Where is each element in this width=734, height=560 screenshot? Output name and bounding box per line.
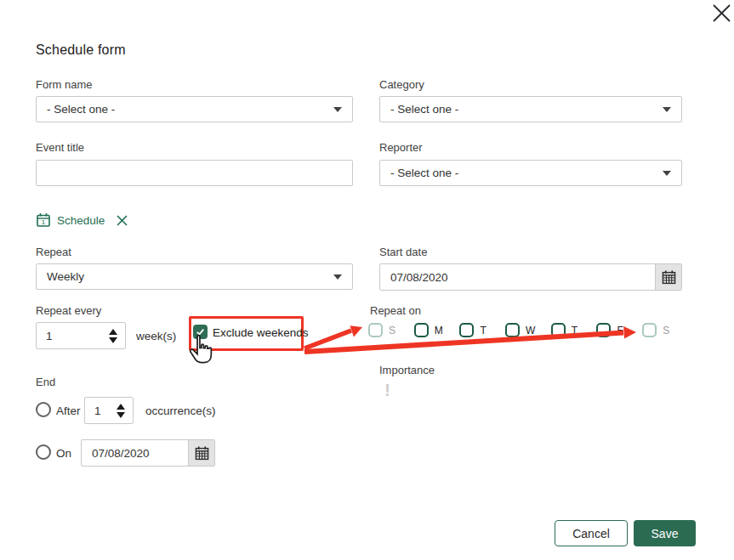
calendar-icon [662,270,676,285]
schedule-form-dialog: Schedule form Form name - Select one - C… [0,0,734,560]
repeat-label: Repeat [36,246,71,258]
day-checkbox-saturday: S [642,323,688,337]
hand-cursor-icon [186,333,217,367]
stepper-up-icon[interactable] [109,329,117,335]
category-value: - Select one - [390,103,458,116]
chevron-down-icon [333,107,342,112]
checkbox-icon[interactable] [551,323,566,337]
repeat-on-label: Repeat on [370,304,421,317]
start-date-label: Start date [379,246,427,258]
repeat-every-label: Repeat every [36,304,101,317]
category-label: Category [379,78,424,91]
end-date-value[interactable]: 07/08/2020 [82,440,188,466]
form-name-value: - Select one - [47,103,115,116]
repeat-every-unit: week(s) [136,330,176,342]
remove-schedule-icon[interactable] [116,214,128,227]
exclude-weekends-label: Exclude weekends [213,326,309,339]
repeat-select[interactable]: Weekly [36,263,353,290]
stepper-down-icon[interactable] [117,412,125,418]
checkbox-icon[interactable] [414,323,429,337]
day-checkbox-wednesday[interactable]: W [505,323,551,337]
reporter-value: - Select one - [390,167,458,179]
day-checkbox-monday[interactable]: M [414,323,460,337]
chevron-down-icon [333,274,342,280]
event-title-label: Event title [36,141,84,154]
occurrences-stepper[interactable]: 1 [84,397,134,424]
checkbox-icon [368,323,383,337]
end-after-radio[interactable] [36,402,51,417]
schedule-section-header: 1 Schedule [36,212,128,228]
day-checkbox-thursday[interactable]: T [551,323,597,337]
form-name-select[interactable]: - Select one - [36,96,353,122]
chevron-down-icon [663,107,671,112]
reporter-select[interactable]: - Select one - [379,160,682,186]
page-title: Schedule form [36,42,126,58]
importance-label: Importance [379,364,435,376]
start-date-calendar-button[interactable] [655,264,681,290]
day-checkbox-friday[interactable]: F [596,323,642,337]
reporter-label: Reporter [379,141,423,154]
form-name-label: Form name [36,78,92,91]
chevron-down-icon [663,171,671,176]
importance-exclamation-icon[interactable]: ! [384,380,390,400]
stepper-down-icon[interactable] [109,337,117,343]
close-icon[interactable] [711,3,732,24]
occurrences-suffix: occurrence(s) [145,404,216,417]
day-checkbox-tuesday[interactable]: T [459,323,505,337]
checkbox-icon [642,323,657,337]
schedule-section-label: Schedule [57,214,105,227]
calendar-icon: 1 [36,212,51,228]
end-on-radio[interactable] [36,444,51,460]
annotation-arrows [298,314,646,361]
start-date-value[interactable]: 07/08/2020 [380,264,655,290]
start-date-group: 07/08/2020 [379,263,682,291]
event-title-field-wrap [36,160,353,186]
checkbox-icon[interactable] [596,323,611,337]
calendar-icon [195,446,209,461]
category-select[interactable]: - Select one - [379,96,682,122]
cancel-button[interactable]: Cancel [555,520,628,546]
checkbox-icon[interactable] [459,323,474,337]
end-on-label: On [56,447,71,460]
end-label: End [36,376,55,388]
repeat-every-value: 1 [37,330,109,342]
end-date-calendar-button[interactable] [188,440,214,466]
occurrences-value: 1 [85,404,117,417]
event-title-input[interactable] [47,161,342,185]
repeat-every-stepper[interactable]: 1 [36,322,126,349]
end-after-label: After [56,404,81,417]
repeat-value: Weekly [47,270,84,283]
repeat-on-days: S M T W T F S [368,323,708,337]
end-date-group: 07/08/2020 [81,439,215,467]
day-checkbox-sunday: S [368,323,414,337]
checkbox-icon[interactable] [505,323,520,337]
save-button[interactable]: Save [634,520,696,546]
stepper-up-icon[interactable] [117,404,125,410]
svg-text:1: 1 [42,218,46,226]
